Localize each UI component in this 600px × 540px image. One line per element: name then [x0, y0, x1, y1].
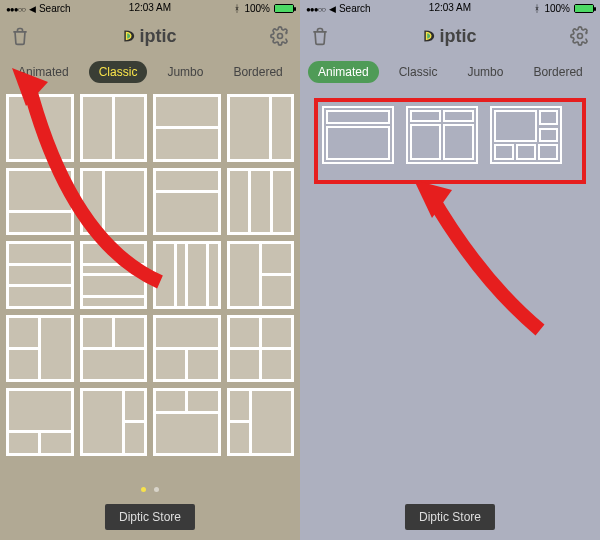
nav-bar: iptic	[0, 16, 300, 56]
signal-dots: ●●●○○	[306, 3, 325, 14]
battery-percent: 100%	[544, 3, 570, 14]
status-bar: ●●●○○ ◀︎ Search 12:03 AM ᚼ 100%	[0, 0, 300, 16]
diptic-store-button[interactable]: Diptic Store	[105, 504, 195, 530]
back-to-label: ◀︎ Search	[329, 3, 370, 14]
logo-d-icon	[423, 27, 437, 41]
status-bar: ●●●○○ ◀︎ Search 12:03 AM ᚼ 100%	[300, 0, 600, 16]
tab-bordered[interactable]: Bordered	[223, 61, 292, 83]
layout-template[interactable]	[227, 168, 295, 236]
animated-templates	[314, 98, 586, 172]
layout-template[interactable]	[6, 168, 74, 236]
signal-dots: ●●●○○	[6, 3, 25, 14]
layout-template[interactable]	[153, 388, 221, 456]
battery-icon	[574, 4, 594, 13]
layout-template[interactable]	[153, 94, 221, 162]
layout-template[interactable]	[80, 94, 148, 162]
layout-template[interactable]	[6, 94, 74, 162]
layout-template[interactable]	[6, 315, 74, 383]
app-title: iptic	[300, 26, 600, 47]
tab-jumbo[interactable]: Jumbo	[157, 61, 213, 83]
back-to-label: ◀︎ Search	[29, 3, 70, 14]
layout-template[interactable]	[153, 241, 221, 309]
layout-template[interactable]	[406, 106, 478, 164]
layout-template[interactable]	[80, 241, 148, 309]
tab-bordered[interactable]: Bordered	[523, 61, 592, 83]
layout-template[interactable]	[153, 168, 221, 236]
app-title: iptic	[0, 26, 300, 47]
layout-template[interactable]	[6, 388, 74, 456]
layout-grid	[0, 88, 300, 456]
annotation-arrow-icon	[410, 170, 550, 340]
logo-d-icon	[123, 27, 137, 41]
layout-template[interactable]	[153, 315, 221, 383]
tab-classic[interactable]: Classic	[389, 61, 448, 83]
category-tabs: Animated Classic Jumbo Bordered Fancy Fr	[0, 56, 300, 88]
layout-template[interactable]	[6, 241, 74, 309]
diptic-store-button[interactable]: Diptic Store	[405, 504, 495, 530]
bluetooth-icon: ᚼ	[534, 3, 540, 14]
tab-jumbo[interactable]: Jumbo	[457, 61, 513, 83]
nav-bar: iptic	[300, 16, 600, 56]
layout-template[interactable]	[227, 94, 295, 162]
layout-template[interactable]	[80, 168, 148, 236]
tab-classic[interactable]: Classic	[89, 61, 148, 83]
screenshot-animated: ●●●○○ ◀︎ Search 12:03 AM ᚼ 100% iptic An…	[300, 0, 600, 540]
category-tabs: Animated Classic Jumbo Bordered Fancy Fr	[300, 56, 600, 88]
screenshot-classic: ●●●○○ ◀︎ Search 12:03 AM ᚼ 100% iptic An…	[0, 0, 300, 540]
layout-template[interactable]	[227, 315, 295, 383]
tab-animated[interactable]: Animated	[8, 61, 79, 83]
layout-template[interactable]	[322, 106, 394, 164]
layout-template[interactable]	[227, 388, 295, 456]
battery-icon	[274, 4, 294, 13]
bluetooth-icon: ᚼ	[234, 3, 240, 14]
tab-animated[interactable]: Animated	[308, 61, 379, 83]
layout-template[interactable]	[80, 388, 148, 456]
page-indicator	[0, 487, 300, 492]
layout-template[interactable]	[490, 106, 562, 164]
layout-template[interactable]	[227, 241, 295, 309]
layout-template[interactable]	[80, 315, 148, 383]
battery-percent: 100%	[244, 3, 270, 14]
